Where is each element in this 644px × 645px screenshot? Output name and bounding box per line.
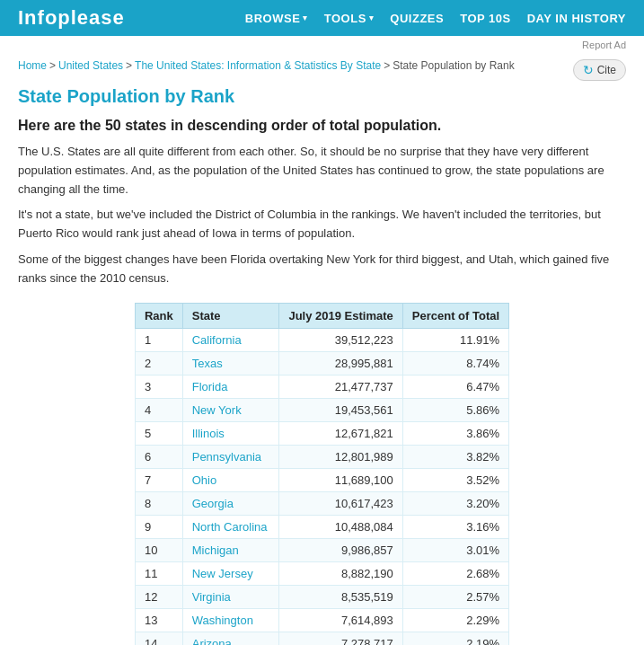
- breadcrumb-current: State Population by Rank: [393, 59, 514, 72]
- main-content: State Population by Rank Here are the 50…: [0, 86, 644, 645]
- cell-rank: 1: [135, 328, 182, 351]
- state-link[interactable]: Pennsylvania: [192, 450, 261, 464]
- intro-paragraph-1: The U.S. States are all quite different …: [18, 143, 626, 199]
- nav-tools[interactable]: TOOLS ▾: [324, 12, 375, 25]
- cell-estimate: 9,986,857: [279, 538, 402, 561]
- cell-state: Texas: [182, 351, 279, 375]
- breadcrumb-sep-2: >: [126, 59, 132, 72]
- table-row: 12Virginia8,535,5192.57%: [135, 585, 508, 608]
- cell-percent: 3.20%: [402, 491, 508, 515]
- cell-rank: 10: [135, 538, 182, 561]
- cell-state: Georgia: [182, 491, 279, 515]
- table-row: 11New Jersey8,882,1902.68%: [135, 561, 508, 585]
- state-link[interactable]: Georgia: [192, 497, 234, 510]
- cell-rank: 6: [135, 445, 182, 468]
- cell-rank: 11: [135, 561, 182, 585]
- nav-day-in-history[interactable]: DAY IN HISTORY: [527, 12, 626, 25]
- cell-estimate: 10,488,084: [279, 515, 402, 538]
- state-link[interactable]: Arizona: [192, 637, 232, 645]
- breadcrumb-sep-3: >: [384, 59, 390, 72]
- state-link[interactable]: Texas: [192, 357, 223, 370]
- state-link[interactable]: Florida: [192, 380, 228, 393]
- cell-estimate: 7,278,717: [279, 632, 402, 645]
- cell-state: Arizona: [182, 632, 279, 645]
- cite-icon: ↻: [583, 63, 594, 77]
- intro-paragraph-2: It's not a state, but we've included the…: [18, 206, 626, 243]
- site-logo[interactable]: Infoplease: [18, 6, 125, 30]
- cell-rank: 12: [135, 585, 182, 608]
- cell-state: Florida: [182, 375, 279, 398]
- cell-estimate: 8,535,519: [279, 585, 402, 608]
- col-estimate: July 2019 Estimate: [279, 303, 402, 328]
- state-link[interactable]: Ohio: [192, 473, 216, 487]
- cell-percent: 3.82%: [402, 445, 508, 468]
- cell-state: Ohio: [182, 468, 279, 491]
- cell-rank: 7: [135, 468, 182, 491]
- breadcrumb-statistics[interactable]: The United States: Information & Statist…: [135, 59, 381, 72]
- state-link[interactable]: New York: [192, 403, 242, 417]
- cell-estimate: 12,801,989: [279, 445, 402, 468]
- cell-rank: 14: [135, 632, 182, 645]
- table-row: 5Illinois12,671,8213.86%: [135, 421, 508, 445]
- table-row: 8Georgia10,617,4233.20%: [135, 491, 508, 515]
- cell-rank: 13: [135, 608, 182, 632]
- table-row: 6Pennsylvania12,801,9893.82%: [135, 445, 508, 468]
- cell-rank: 9: [135, 515, 182, 538]
- cell-percent: 2.57%: [402, 585, 508, 608]
- nav-quizzes[interactable]: QUIZZES: [390, 12, 444, 25]
- cell-state: New Jersey: [182, 561, 279, 585]
- cell-estimate: 19,453,561: [279, 398, 402, 421]
- cell-state: Illinois: [182, 421, 279, 445]
- cell-percent: 3.86%: [402, 421, 508, 445]
- cell-percent: 11.91%: [402, 328, 508, 351]
- cell-estimate: 12,671,821: [279, 421, 402, 445]
- report-ad-bar: Report Ad: [0, 36, 644, 54]
- cell-estimate: 39,512,223: [279, 328, 402, 351]
- cell-estimate: 28,995,881: [279, 351, 402, 375]
- cell-state: California: [182, 328, 279, 351]
- cell-estimate: 7,614,893: [279, 608, 402, 632]
- state-link[interactable]: North Carolina: [192, 520, 268, 534]
- cell-rank: 4: [135, 398, 182, 421]
- cell-estimate: 10,617,423: [279, 491, 402, 515]
- cell-percent: 3.52%: [402, 468, 508, 491]
- main-nav: BROWSE ▾ TOOLS ▾ QUIZZES TOP 10S DAY IN …: [245, 12, 626, 25]
- cell-percent: 8.74%: [402, 351, 508, 375]
- state-link[interactable]: Michigan: [192, 543, 239, 557]
- cite-button[interactable]: ↻ Cite: [573, 59, 626, 81]
- cell-percent: 3.16%: [402, 515, 508, 538]
- tools-caret-icon: ▾: [369, 13, 375, 22]
- cell-percent: 2.68%: [402, 561, 508, 585]
- state-link[interactable]: Virginia: [192, 590, 231, 604]
- cell-estimate: 11,689,100: [279, 468, 402, 491]
- cell-percent: 2.19%: [402, 632, 508, 645]
- breadcrumb-home[interactable]: Home: [18, 59, 47, 72]
- table-row: 1California39,512,22311.91%: [135, 328, 508, 351]
- intro-paragraph-3: Some of the biggest changes have been Fl…: [18, 251, 626, 288]
- breadcrumb-sep-1: >: [49, 59, 56, 72]
- table-header: Rank State July 2019 Estimate Percent of…: [135, 303, 508, 328]
- nav-top10s[interactable]: TOP 10S: [460, 12, 511, 25]
- table-row: 13Washington7,614,8932.29%: [135, 608, 508, 632]
- breadcrumb-united-states[interactable]: United States: [58, 59, 123, 72]
- cell-percent: 6.47%: [402, 375, 508, 398]
- browse-caret-icon: ▾: [303, 13, 308, 22]
- state-link[interactable]: New Jersey: [192, 567, 253, 580]
- cell-state: Washington: [182, 608, 279, 632]
- cell-estimate: 8,882,190: [279, 561, 402, 585]
- nav-browse[interactable]: BROWSE ▾: [245, 12, 308, 25]
- table-body: 1California39,512,22311.91%2Texas28,995,…: [135, 328, 508, 645]
- table-row: 10Michigan9,986,8573.01%: [135, 538, 508, 561]
- state-link[interactable]: California: [192, 333, 242, 347]
- table-row: 2Texas28,995,8818.74%: [135, 351, 508, 375]
- cell-state: New York: [182, 398, 279, 421]
- state-link[interactable]: Washington: [192, 614, 253, 627]
- page-title: State Population by Rank: [18, 86, 626, 107]
- col-rank: Rank: [135, 303, 182, 328]
- section-heading: Here are the 50 states in descending ord…: [18, 118, 626, 134]
- cell-rank: 8: [135, 491, 182, 515]
- breadcrumb: Home > United States > The United States…: [18, 59, 515, 72]
- state-link[interactable]: Illinois: [192, 427, 225, 440]
- report-ad-link[interactable]: Report Ad: [582, 40, 626, 50]
- population-table: Rank State July 2019 Estimate Percent of…: [135, 303, 509, 645]
